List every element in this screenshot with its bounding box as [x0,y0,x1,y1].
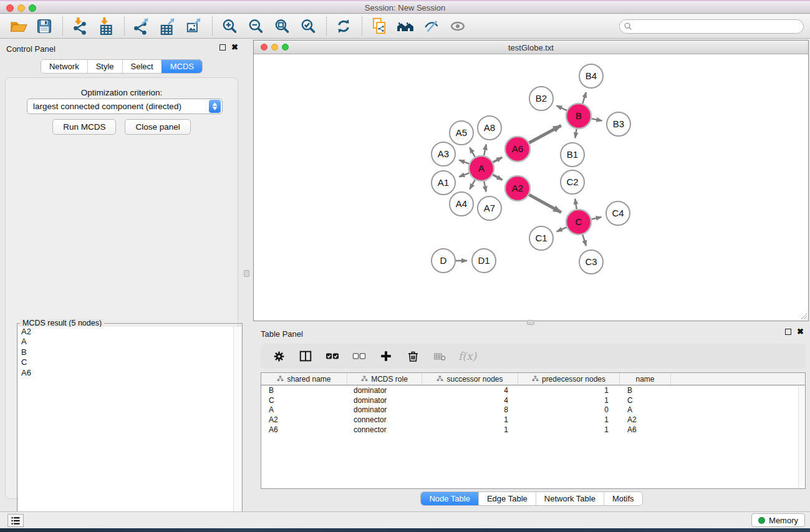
network-graph[interactable]: B4B2BB3A5A8A6A3B1AA1C2A2A4A7C4CC1DD1C3 [254,54,808,321]
table-cell[interactable]: connector [347,415,422,424]
tab-network-table[interactable]: Network Table [536,492,604,505]
column-header-name[interactable]: name [620,373,671,385]
table-cell[interactable]: A6 [261,425,347,434]
mcds-result-item[interactable]: A6 [18,368,233,378]
table-cell[interactable]: A2 [261,415,347,424]
edge-C-C4[interactable] [591,217,601,220]
zoom-out-icon[interactable] [245,16,266,37]
delete-column-trash-icon[interactable] [405,348,421,364]
tab-style[interactable]: Style [87,60,122,73]
tab-select[interactable]: Select [122,60,162,73]
edge-A-A4[interactable] [470,180,475,189]
zoom-selected-icon[interactable] [297,16,319,37]
column-header-shared-name[interactable]: shared name [261,373,347,385]
edge-A-A6[interactable] [493,157,503,162]
tab-edge-table[interactable]: Edge Table [478,492,536,505]
mcds-result-item[interactable]: A [18,337,233,347]
show-eye-icon[interactable] [447,16,468,37]
refresh-icon[interactable] [333,16,354,37]
column-header-MCDS-role[interactable]: MCDS role [347,373,422,385]
table-cell[interactable]: 1 [518,415,620,424]
table-scrollbar[interactable] [798,386,805,488]
table-cell[interactable]: 4 [422,386,518,395]
edge-A-A2[interactable] [493,175,502,180]
memory-button[interactable]: Memory [751,513,805,527]
table-row[interactable]: A6connector11A6 [261,425,805,435]
table-cell[interactable]: 8 [422,405,518,414]
vertical-splitter-handle[interactable] [244,270,249,277]
edge-C-C3[interactable] [582,235,586,246]
run-mcds-button[interactable]: Run MCDS [52,119,116,135]
import-network-icon[interactable] [69,16,90,37]
table-row[interactable]: Cdominator41C [261,395,805,405]
table-cell[interactable]: A [261,405,347,414]
edge-A2-C[interactable] [529,195,561,212]
table-cell[interactable]: B [620,386,671,395]
table-cell[interactable]: 1 [518,425,620,434]
mcds-result-item[interactable]: B [18,347,233,357]
mcds-result-item[interactable]: C [18,357,233,367]
float-panel-icon[interactable] [219,44,226,51]
clone-network-icon[interactable] [369,16,390,37]
network-canvas[interactable]: B4B2BB3A5A8A6A3B1AA1C2A2A4A7C4CC1DD1C3 [254,54,808,321]
column-header-successor-nodes[interactable]: successor nodes [422,373,518,385]
table-cell[interactable]: 0 [518,405,620,414]
export-network-icon[interactable] [131,16,152,37]
close-panel-button[interactable]: Close panel [125,119,190,135]
column-header-predecessor-nodes[interactable]: predecessor nodes [518,373,620,385]
select-all-checkboxes-icon[interactable] [324,348,340,364]
table-cell[interactable]: A2 [620,415,671,424]
table-cell[interactable]: connector [347,425,422,434]
edge-A-A5[interactable] [470,148,475,157]
open-session-icon[interactable] [7,16,29,37]
import-table-icon[interactable] [95,16,117,37]
table-cell[interactable]: 4 [422,396,518,405]
table-float-panel-icon[interactable] [785,329,791,335]
table-row[interactable]: Bdominator41B [261,385,805,395]
mcds-result-item[interactable]: A2 [18,327,233,337]
export-image-icon[interactable] [183,16,205,37]
vertical-splitter[interactable] [243,39,253,511]
criterion-dropdown[interactable]: largest connected component (directed) [27,99,223,114]
table-cell[interactable]: dominator [347,396,422,405]
close-panel-icon[interactable]: ✖ [231,44,238,51]
table-cell[interactable]: 1 [518,396,620,405]
edge-B-B1[interactable] [575,129,576,138]
edge-B-B2[interactable] [556,105,567,110]
edge-C-C1[interactable] [557,227,567,231]
table-cell[interactable]: 1 [518,386,620,395]
table-cell[interactable]: A [620,405,671,414]
table-cell[interactable]: 1 [422,415,518,424]
search-input[interactable] [619,19,804,34]
edge-B-B4[interactable] [582,92,586,104]
table-row[interactable]: Adominator80A [261,405,805,415]
tab-motifs[interactable]: Motifs [604,492,642,505]
tab-network[interactable]: Network [41,60,87,73]
tab-node-table[interactable]: Node Table [421,492,478,505]
column-layout-icon[interactable] [297,348,314,364]
result-list-scrollbar[interactable] [233,327,241,532]
save-session-icon[interactable] [34,16,55,37]
edge-A6-B[interactable] [529,125,561,143]
zoom-in-icon[interactable] [219,16,240,37]
table-cell[interactable]: B [261,386,347,395]
edge-A-A8[interactable] [484,144,486,155]
hide-panel-eye-icon[interactable] [421,16,442,37]
export-table-icon[interactable] [157,16,178,37]
edge-A-A3[interactable] [459,160,469,164]
resize-grip-icon[interactable] [800,312,808,320]
table-row[interactable]: A2connector11A2 [261,415,805,425]
table-close-panel-icon[interactable]: ✖ [797,329,804,335]
tab-mcds[interactable]: MCDS [162,60,202,73]
table-cell[interactable]: dominator [347,405,422,414]
table-cell[interactable]: dominator [347,386,422,395]
deselect-all-checkboxes-icon[interactable] [351,348,367,364]
task-history-button[interactable] [7,514,24,527]
table-settings-gear-icon[interactable] [271,348,287,364]
edge-B-B3[interactable] [592,118,602,120]
cybrowser-home-icon[interactable] [395,16,416,37]
table-cell[interactable]: 1 [422,425,518,434]
table-cell[interactable]: C [620,396,671,405]
edge-C-C2[interactable] [575,199,577,210]
table-cell[interactable]: A6 [620,425,671,434]
